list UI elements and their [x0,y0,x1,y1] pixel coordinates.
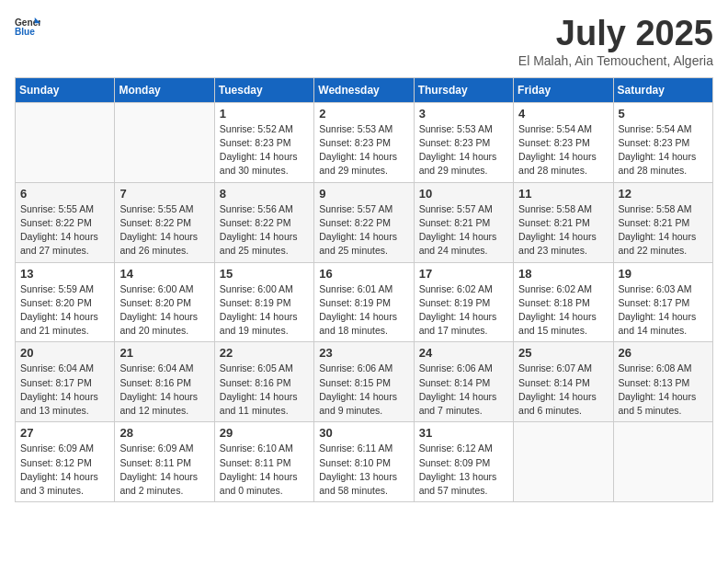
day-info: Sunrise: 6:05 AMSunset: 8:16 PMDaylight:… [220,362,309,418]
calendar-weekday-wednesday: Wednesday [314,77,414,102]
calendar-cell [115,102,214,182]
day-number: 20 [20,346,109,360]
calendar-cell: 5Sunrise: 5:54 AMSunset: 8:23 PMDaylight… [613,102,712,182]
calendar-cell: 7Sunrise: 5:55 AMSunset: 8:22 PMDaylight… [115,182,214,262]
day-number: 1 [220,107,309,121]
calendar-cell: 15Sunrise: 6:00 AMSunset: 8:19 PMDayligh… [214,262,313,342]
calendar-cell: 3Sunrise: 5:53 AMSunset: 8:23 PMDaylight… [414,102,513,182]
day-number: 13 [20,267,109,281]
calendar-cell: 19Sunrise: 6:03 AMSunset: 8:17 PMDayligh… [613,262,712,342]
day-info: Sunrise: 6:02 AMSunset: 8:18 PMDaylight:… [518,282,608,339]
day-number: 15 [220,267,309,281]
day-info: Sunrise: 6:02 AMSunset: 8:19 PMDaylight:… [419,282,508,339]
day-number: 3 [419,107,508,121]
calendar-cell: 14Sunrise: 6:00 AMSunset: 8:20 PMDayligh… [115,262,214,342]
day-number: 16 [319,267,408,281]
day-number: 9 [319,187,408,201]
page-title: July 2025 [518,15,713,53]
calendar-header-row: SundayMondayTuesdayWednesdayThursdayFrid… [16,77,713,102]
calendar-cell: 11Sunrise: 5:58 AMSunset: 8:21 PMDayligh… [514,182,613,262]
day-info: Sunrise: 5:54 AMSunset: 8:23 PMDaylight:… [518,122,608,178]
calendar-cell: 21Sunrise: 6:04 AMSunset: 8:16 PMDayligh… [115,342,214,422]
day-info: Sunrise: 6:03 AMSunset: 8:17 PMDaylight:… [619,282,708,339]
calendar-cell: 16Sunrise: 6:01 AMSunset: 8:19 PMDayligh… [314,262,414,342]
day-number: 12 [619,187,708,201]
calendar-cell: 23Sunrise: 6:06 AMSunset: 8:15 PMDayligh… [314,342,414,422]
calendar-cell: 12Sunrise: 5:58 AMSunset: 8:21 PMDayligh… [613,182,712,262]
calendar-cell: 30Sunrise: 6:11 AMSunset: 8:10 PMDayligh… [314,422,414,502]
calendar-cell: 22Sunrise: 6:05 AMSunset: 8:16 PMDayligh… [214,342,313,422]
day-number: 6 [20,187,109,201]
calendar-cell: 8Sunrise: 5:56 AMSunset: 8:22 PMDaylight… [214,182,313,262]
calendar-cell: 9Sunrise: 5:57 AMSunset: 8:22 PMDaylight… [314,182,414,262]
day-info: Sunrise: 5:58 AMSunset: 8:21 PMDaylight:… [619,202,708,259]
day-info: Sunrise: 5:54 AMSunset: 8:23 PMDaylight:… [619,122,708,178]
calendar-weekday-sunday: Sunday [16,77,115,102]
day-info: Sunrise: 5:59 AMSunset: 8:20 PMDaylight:… [20,282,109,339]
logo-icon: General Blue [15,15,40,40]
day-number: 4 [518,107,608,121]
day-info: Sunrise: 6:11 AMSunset: 8:10 PMDaylight:… [319,442,408,498]
calendar-cell [514,422,613,502]
day-info: Sunrise: 5:53 AMSunset: 8:23 PMDaylight:… [419,122,508,178]
day-number: 28 [119,426,209,440]
calendar-cell: 13Sunrise: 5:59 AMSunset: 8:20 PMDayligh… [16,262,115,342]
calendar-cell: 10Sunrise: 5:57 AMSunset: 8:21 PMDayligh… [414,182,513,262]
day-info: Sunrise: 6:01 AMSunset: 8:19 PMDaylight:… [319,282,408,339]
calendar-week-row: 20Sunrise: 6:04 AMSunset: 8:17 PMDayligh… [16,342,713,422]
calendar-cell [16,102,115,182]
day-number: 14 [119,267,209,281]
day-number: 31 [419,426,508,440]
calendar-cell: 26Sunrise: 6:08 AMSunset: 8:13 PMDayligh… [613,342,712,422]
day-number: 5 [619,107,708,121]
svg-text:Blue: Blue [15,27,35,37]
calendar-cell: 20Sunrise: 6:04 AMSunset: 8:17 PMDayligh… [16,342,115,422]
calendar-cell: 29Sunrise: 6:10 AMSunset: 8:11 PMDayligh… [214,422,313,502]
calendar-cell: 25Sunrise: 6:07 AMSunset: 8:14 PMDayligh… [514,342,613,422]
calendar-cell: 6Sunrise: 5:55 AMSunset: 8:22 PMDaylight… [16,182,115,262]
day-info: Sunrise: 6:04 AMSunset: 8:17 PMDaylight:… [20,362,109,418]
calendar-cell [613,422,712,502]
calendar-cell: 1Sunrise: 5:52 AMSunset: 8:23 PMDaylight… [214,102,313,182]
day-info: Sunrise: 5:56 AMSunset: 8:22 PMDaylight:… [220,202,309,259]
calendar-week-row: 1Sunrise: 5:52 AMSunset: 8:23 PMDaylight… [16,102,713,182]
day-info: Sunrise: 6:09 AMSunset: 8:12 PMDaylight:… [20,442,109,498]
calendar-week-row: 13Sunrise: 5:59 AMSunset: 8:20 PMDayligh… [16,262,713,342]
day-number: 2 [319,107,408,121]
title-area: July 2025 El Malah, Ain Temouchent, Alge… [518,15,713,68]
day-info: Sunrise: 6:00 AMSunset: 8:19 PMDaylight:… [220,282,309,339]
calendar-weekday-friday: Friday [514,77,613,102]
calendar-cell: 27Sunrise: 6:09 AMSunset: 8:12 PMDayligh… [16,422,115,502]
day-info: Sunrise: 6:04 AMSunset: 8:16 PMDaylight:… [119,362,209,418]
day-info: Sunrise: 6:10 AMSunset: 8:11 PMDaylight:… [220,442,309,498]
day-info: Sunrise: 5:55 AMSunset: 8:22 PMDaylight:… [119,202,209,259]
day-info: Sunrise: 6:06 AMSunset: 8:15 PMDaylight:… [319,362,408,418]
day-number: 25 [518,346,608,360]
day-number: 19 [619,267,708,281]
calendar-cell: 18Sunrise: 6:02 AMSunset: 8:18 PMDayligh… [514,262,613,342]
day-info: Sunrise: 5:58 AMSunset: 8:21 PMDaylight:… [518,202,608,259]
day-number: 22 [220,346,309,360]
day-number: 29 [220,426,309,440]
calendar-weekday-monday: Monday [115,77,214,102]
calendar-cell: 28Sunrise: 6:09 AMSunset: 8:11 PMDayligh… [115,422,214,502]
day-info: Sunrise: 6:09 AMSunset: 8:11 PMDaylight:… [119,442,209,498]
day-number: 30 [319,426,408,440]
page-subtitle: El Malah, Ain Temouchent, Algeria [518,53,713,68]
day-info: Sunrise: 6:07 AMSunset: 8:14 PMDaylight:… [518,362,608,418]
calendar-cell: 31Sunrise: 6:12 AMSunset: 8:09 PMDayligh… [414,422,513,502]
day-number: 10 [419,187,508,201]
calendar-table: SundayMondayTuesdayWednesdayThursdayFrid… [15,77,713,502]
day-info: Sunrise: 5:57 AMSunset: 8:21 PMDaylight:… [419,202,508,259]
day-info: Sunrise: 5:55 AMSunset: 8:22 PMDaylight:… [20,202,109,259]
day-number: 21 [119,346,209,360]
calendar-weekday-thursday: Thursday [414,77,513,102]
day-number: 17 [419,267,508,281]
day-number: 7 [119,187,209,201]
calendar-cell: 17Sunrise: 6:02 AMSunset: 8:19 PMDayligh… [414,262,513,342]
day-number: 8 [220,187,309,201]
day-number: 18 [518,267,608,281]
day-info: Sunrise: 5:57 AMSunset: 8:22 PMDaylight:… [319,202,408,259]
calendar-weekday-tuesday: Tuesday [214,77,313,102]
calendar-week-row: 6Sunrise: 5:55 AMSunset: 8:22 PMDaylight… [16,182,713,262]
